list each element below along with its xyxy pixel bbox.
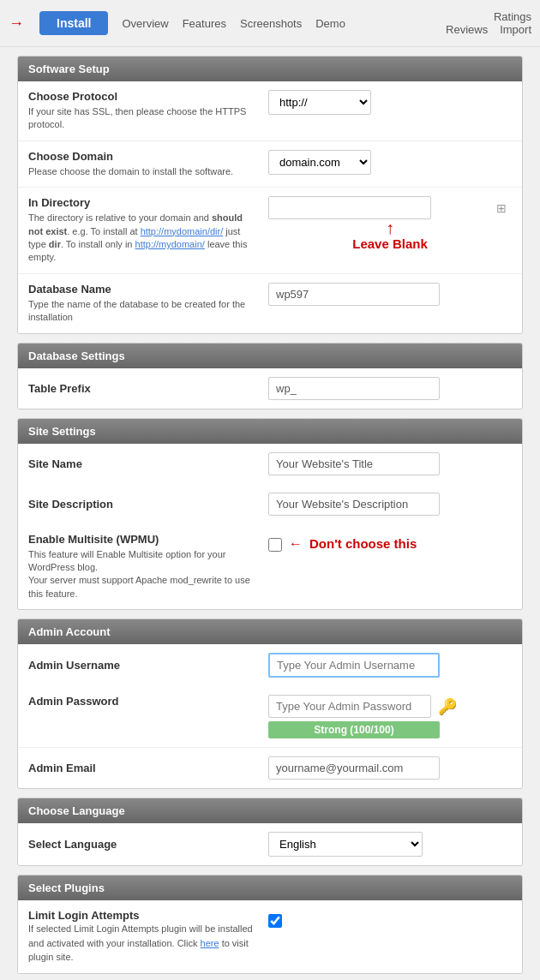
multisite-row: Enable Multisite (WPMU) This feature wil… xyxy=(18,524,522,610)
database-name-label-col: Database Name Type the name of the datab… xyxy=(28,283,268,325)
domain-input-col: domain.com xyxy=(268,150,512,175)
multisite-checkbox[interactable] xyxy=(268,538,282,552)
admin-username-row: Admin Username xyxy=(18,644,522,686)
leave-blank-wrapper: ⊞ ↑ Leave Blank xyxy=(268,196,512,251)
admin-account-body: Admin Username Admin Password 🔑 Strong (… xyxy=(18,644,522,788)
database-name-input[interactable] xyxy=(268,283,440,306)
software-setup-body: Choose Protocol If your site has SSL, th… xyxy=(18,81,522,333)
select-language-label: Select Language xyxy=(28,838,268,851)
software-setup-section: Software Setup Choose Protocol If your s… xyxy=(17,56,523,334)
dont-choose-arrow-icon: ← xyxy=(289,536,303,552)
protocol-label: Choose Protocol xyxy=(28,90,260,103)
directory-label: In Directory xyxy=(28,196,260,209)
site-settings-header: Site Settings xyxy=(18,419,522,444)
protocol-select[interactable]: http:// https:// xyxy=(268,90,371,115)
database-name-input-col xyxy=(268,283,512,306)
nav-features[interactable]: Features xyxy=(183,17,226,30)
dir-link1[interactable]: http://mydomain/dir/ xyxy=(141,226,224,236)
directory-label-col: In Directory The directory is relative t… xyxy=(28,196,268,265)
site-settings-body: Site Name Site Description Enable Multis… xyxy=(18,444,522,610)
site-name-input-col xyxy=(268,452,512,475)
nav-ratings[interactable]: Ratings xyxy=(494,10,531,23)
nav-screenshots[interactable]: Screenshots xyxy=(240,17,302,30)
nav-import[interactable]: Import xyxy=(500,23,531,36)
nav-demo[interactable]: Demo xyxy=(315,17,345,30)
admin-password-input-col: 🔑 Strong (100/100) xyxy=(268,695,512,738)
dir-folder-icon: ⊞ xyxy=(496,201,507,215)
database-name-label: Database Name xyxy=(28,283,260,296)
protocol-label-col: Choose Protocol If your site has SSL, th… xyxy=(28,90,268,132)
limit-login-row: Limit Login Attempts If selected Limit L… xyxy=(18,900,522,973)
domain-select[interactable]: domain.com xyxy=(268,150,371,175)
password-row: 🔑 xyxy=(268,695,512,718)
database-name-desc: Type the name of the database to be crea… xyxy=(28,298,260,325)
site-desc-row: Site Description xyxy=(18,484,522,524)
multisite-desc: This feature will Enable Multisite optio… xyxy=(28,548,260,601)
admin-email-input-col xyxy=(268,756,512,780)
page-wrapper: → Install Overview Features Screenshots … xyxy=(0,0,540,980)
leave-blank-arrow-icon: ↑ xyxy=(386,219,394,236)
software-setup-header: Software Setup xyxy=(18,57,522,81)
dir-input-wrapper: ⊞ xyxy=(268,196,512,219)
site-desc-input[interactable] xyxy=(268,493,440,516)
admin-password-input[interactable] xyxy=(268,695,431,718)
plugins-header: Select Plugins xyxy=(18,875,522,900)
admin-username-label: Admin Username xyxy=(28,659,268,672)
admin-email-input[interactable] xyxy=(268,756,440,780)
select-language-input-col: English French Spanish German xyxy=(268,832,512,857)
limit-login-title: Limit Login Attempts xyxy=(28,909,260,922)
admin-account-section: Admin Account Admin Username Admin Passw… xyxy=(17,618,523,789)
directory-input-col: ⊞ ↑ Leave Blank xyxy=(268,196,512,251)
password-strength-bar: Strong (100/100) xyxy=(268,721,440,738)
protocol-desc: If your site has SSL, then please choose… xyxy=(28,105,260,132)
key-icon: 🔑 xyxy=(438,697,457,716)
table-prefix-label: Table Prefix xyxy=(28,382,268,395)
limit-login-desc: If selected Limit Login Attempts plugin … xyxy=(28,922,260,965)
nav-overview[interactable]: Overview xyxy=(122,17,168,30)
database-settings-header: Database Settings xyxy=(18,344,522,368)
directory-row: In Directory The directory is relative t… xyxy=(18,188,522,274)
admin-account-header: Admin Account xyxy=(18,619,522,644)
table-prefix-row: Table Prefix xyxy=(18,368,522,409)
language-select[interactable]: English French Spanish German xyxy=(268,832,423,857)
language-section: Choose Language Select Language English … xyxy=(17,798,523,866)
select-language-row: Select Language English French Spanish G… xyxy=(18,823,522,865)
protocol-input-col: http:// https:// xyxy=(268,90,512,115)
admin-username-input[interactable] xyxy=(268,653,440,678)
site-desc-input-col xyxy=(268,493,512,516)
limit-login-label-col: Limit Login Attempts If selected Limit L… xyxy=(28,909,268,965)
database-settings-body: Table Prefix xyxy=(18,368,522,409)
plugins-section: Select Plugins Limit Login Attempts If s… xyxy=(17,875,523,974)
multisite-label: Enable Multisite (WPMU) xyxy=(28,533,260,546)
database-name-row: Database Name Type the name of the datab… xyxy=(18,274,522,333)
admin-username-input-col xyxy=(268,653,512,678)
admin-password-label: Admin Password xyxy=(28,695,260,708)
table-prefix-input[interactable] xyxy=(268,377,440,400)
site-settings-section: Site Settings Site Name Site Description… xyxy=(17,418,523,611)
install-button-top[interactable]: Install xyxy=(39,11,108,35)
limit-login-checkbox[interactable] xyxy=(268,914,282,928)
domain-label-col: Choose Domain Please choose the domain t… xyxy=(28,150,268,178)
language-body: Select Language English French Spanish G… xyxy=(18,823,522,865)
site-desc-label: Site Description xyxy=(28,498,268,511)
directory-input[interactable] xyxy=(268,196,431,219)
nav-reviews[interactable]: Reviews xyxy=(446,23,488,36)
limit-login-input-col xyxy=(268,909,512,928)
domain-row: Choose Domain Please choose the domain t… xyxy=(18,141,522,188)
plugins-body: Limit Login Attempts If selected Limit L… xyxy=(18,900,522,973)
dir-link2[interactable]: http://mydomain/ xyxy=(135,239,205,249)
multisite-label-col: Enable Multisite (WPMU) This feature wil… xyxy=(28,533,268,601)
database-settings-section: Database Settings Table Prefix xyxy=(17,343,523,409)
admin-email-row: Admin Email xyxy=(18,748,522,788)
plugin-link[interactable]: here xyxy=(201,938,219,948)
protocol-row: Choose Protocol If your site has SSL, th… xyxy=(18,81,522,141)
multisite-input-col: ← Don't choose this xyxy=(268,533,512,552)
table-prefix-input-col xyxy=(268,377,512,400)
directory-desc: The directory is relative to your domain… xyxy=(28,212,260,265)
admin-password-row: Admin Password 🔑 Strong (100/100) xyxy=(18,686,522,748)
admin-email-label: Admin Email xyxy=(28,762,268,774)
leave-blank-text: Leave Blank xyxy=(352,236,428,251)
language-header: Choose Language xyxy=(18,798,522,823)
dont-choose-text: Don't choose this xyxy=(309,536,417,551)
site-name-input[interactable] xyxy=(268,452,440,475)
